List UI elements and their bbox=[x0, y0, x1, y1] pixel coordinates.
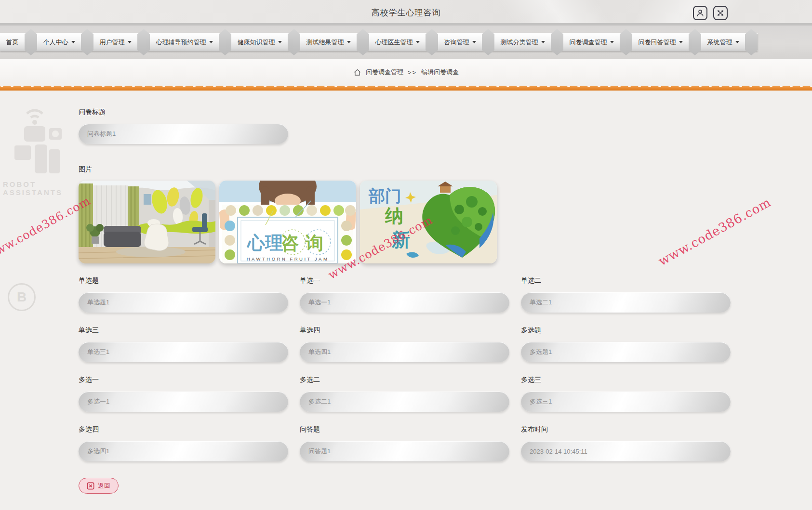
nav-separator-hexagon bbox=[25, 29, 37, 55]
user-profile-button[interactable] bbox=[693, 6, 707, 20]
chevron-down-icon bbox=[472, 41, 476, 43]
chevron-down-icon bbox=[347, 41, 351, 43]
nav-separator-hexagon bbox=[620, 29, 632, 55]
breadcrumb-current-page: 编辑问卷调查 bbox=[421, 68, 459, 77]
robot-caption: ROBOT ASSISTANTS bbox=[3, 180, 75, 196]
letter-badge-decor: B bbox=[8, 283, 36, 311]
field-radio-option-1: 单选一 单选一1 bbox=[300, 276, 509, 313]
svg-text:心理: 心理 bbox=[246, 233, 283, 253]
svg-text:新: 新 bbox=[391, 230, 410, 250]
close-icon bbox=[87, 482, 94, 490]
form-row: 多选一 多选一1 多选二 多选二1 多选三 多选三1 bbox=[79, 376, 731, 412]
field-radio-option-2: 单选二 单选二1 bbox=[521, 276, 731, 313]
multi-option-4-input[interactable]: 多选四1 bbox=[79, 441, 288, 461]
chevron-down-icon bbox=[679, 41, 683, 43]
radio-option-4-input[interactable]: 单选四1 bbox=[300, 342, 509, 362]
form-row: 多选四 多选四1 问答题 问答题1 发布时间 2023-02-14 10:45:… bbox=[79, 425, 731, 461]
nav-item-system-management[interactable]: 系统管理 bbox=[701, 38, 745, 47]
chevron-down-icon bbox=[128, 41, 132, 43]
nav-item-test-result-management[interactable]: 测试结果管理 bbox=[300, 38, 357, 47]
field-multi-option-3: 多选三 多选三1 bbox=[521, 376, 731, 412]
edit-questionnaire-form: ROBOT ASSISTANTS B 问卷标题 问卷标题1 图片 bbox=[0, 91, 812, 510]
chevron-down-icon bbox=[610, 41, 614, 43]
questionnaire-title-input[interactable]: 问卷标题1 bbox=[79, 124, 288, 144]
nav-item-personal-center[interactable]: 个人中心 bbox=[37, 38, 81, 47]
form-row: 单选三 单选三1 单选四 单选四1 多选题 多选题1 bbox=[79, 326, 731, 362]
essay-question-input[interactable]: 问答题1 bbox=[300, 441, 509, 461]
recruitment-poster[interactable]: 部门 纳 新 bbox=[360, 181, 497, 263]
page: 高校学生心理咨询 首页 bbox=[0, 0, 812, 510]
svg-text:部门: 部门 bbox=[368, 187, 401, 205]
user-icon bbox=[696, 9, 705, 17]
nav-separator-hexagon bbox=[745, 29, 758, 55]
fullscreen-icon bbox=[716, 9, 725, 17]
header-actions bbox=[693, 6, 728, 20]
chevron-down-icon bbox=[278, 41, 282, 43]
breadcrumb-section[interactable]: 问卷调查管理 bbox=[366, 68, 403, 77]
field-radio-question: 单选题 单选题1 bbox=[79, 276, 288, 313]
radio-question-input[interactable]: 单选题1 bbox=[79, 292, 288, 313]
orange-divider bbox=[0, 86, 812, 91]
questionnaire-title-label: 问卷标题 bbox=[79, 108, 731, 116]
nav-separator-hexagon bbox=[689, 29, 701, 55]
counseling-sign-photo[interactable]: 心理 咨询 HAWTHORN FRUIT JAM bbox=[219, 181, 356, 263]
main-navigation: 首页 个人中心 用户管理 心理辅导预约管理 健康知识管理 测试结果管理 心理医生… bbox=[0, 26, 812, 59]
nav-separator-hexagon bbox=[288, 29, 300, 55]
nav-item-user-management[interactable]: 用户管理 bbox=[93, 38, 137, 47]
multi-option-3-input[interactable]: 多选三1 bbox=[521, 392, 731, 412]
image-gallery: 心理 咨询 HAWTHORN FRUIT JAM bbox=[79, 181, 731, 263]
field-radio-option-3: 单选三 单选三1 bbox=[79, 326, 288, 362]
nav-item-counseling-appointment-management[interactable]: 心理辅导预约管理 bbox=[150, 38, 219, 47]
multi-question-input[interactable]: 多选题1 bbox=[521, 342, 731, 362]
field-radio-option-4: 单选四 单选四1 bbox=[300, 326, 509, 362]
home-icon bbox=[353, 68, 361, 77]
svg-text:咨询: 咨询 bbox=[281, 233, 330, 253]
radio-option-3-input[interactable]: 单选三1 bbox=[79, 342, 288, 362]
field-multi-option-4: 多选四 多选四1 bbox=[79, 425, 288, 461]
nav-separator-hexagon bbox=[482, 29, 494, 55]
publish-time-value: 2023-02-14 10:45:11 bbox=[521, 441, 731, 461]
field-multi-option-1: 多选一 多选一1 bbox=[79, 376, 288, 412]
images-label: 图片 bbox=[79, 165, 731, 173]
field-multi-option-2: 多选二 多选二1 bbox=[300, 376, 509, 412]
form-row: 单选题 单选题1 单选一 单选一1 单选二 单选二1 bbox=[79, 276, 731, 313]
nav-separator-hexagon bbox=[357, 29, 369, 55]
chevron-down-icon bbox=[416, 41, 420, 43]
svg-text:纳: 纳 bbox=[385, 206, 403, 226]
counseling-room-photo[interactable] bbox=[79, 181, 215, 263]
chevron-down-icon bbox=[71, 41, 75, 43]
nav-item-psychologist-management[interactable]: 心理医生管理 bbox=[369, 38, 426, 47]
radio-option-2-input[interactable]: 单选二1 bbox=[521, 292, 731, 313]
chevron-down-icon bbox=[209, 41, 213, 43]
back-button[interactable]: 返回 bbox=[79, 478, 119, 494]
multi-option-2-input[interactable]: 多选二1 bbox=[300, 392, 509, 412]
app-title: 高校学生心理咨询 bbox=[0, 0, 812, 26]
nav-item-home[interactable]: 首页 bbox=[0, 38, 25, 47]
field-essay-question: 问答题 问答题1 bbox=[300, 425, 509, 461]
breadcrumb: 问卷调查管理 >> 编辑问卷调查 bbox=[0, 59, 812, 86]
app-header: 高校学生心理咨询 bbox=[0, 0, 812, 26]
nav-separator-hexagon bbox=[426, 29, 438, 55]
nav-item-health-knowledge-management[interactable]: 健康知识管理 bbox=[231, 38, 288, 47]
nav-separator-hexagon bbox=[219, 29, 231, 55]
fullscreen-button[interactable] bbox=[713, 6, 728, 20]
nav-separator-hexagon bbox=[81, 29, 93, 55]
radio-option-1-input[interactable]: 单选一1 bbox=[300, 292, 509, 313]
nav-item-questionnaire-answer-management[interactable]: 问卷回答管理 bbox=[632, 38, 689, 47]
field-publish-time: 发布时间 2023-02-14 10:45:11 bbox=[521, 425, 731, 461]
back-button-label: 返回 bbox=[98, 482, 110, 490]
multi-option-1-input[interactable]: 多选一1 bbox=[79, 392, 288, 412]
nav-separator-hexagon bbox=[551, 29, 563, 55]
nav-separator-hexagon bbox=[137, 29, 150, 55]
svg-text:HAWTHORN FRUIT JAM: HAWTHORN FRUIT JAM bbox=[247, 256, 329, 262]
nav-item-consultation-management[interactable]: 咨询管理 bbox=[438, 38, 482, 47]
nav-item-test-category-management[interactable]: 测试分类管理 bbox=[494, 38, 551, 47]
nav-item-questionnaire-survey-management[interactable]: 问卷调查管理 bbox=[563, 38, 620, 47]
chevron-down-icon bbox=[735, 41, 739, 43]
breadcrumb-separator: >> bbox=[408, 69, 417, 76]
robot-watermark-graphic: ROBOT ASSISTANTS bbox=[3, 103, 75, 196]
field-multi-question: 多选题 多选题1 bbox=[521, 326, 731, 362]
chevron-down-icon bbox=[541, 41, 545, 43]
